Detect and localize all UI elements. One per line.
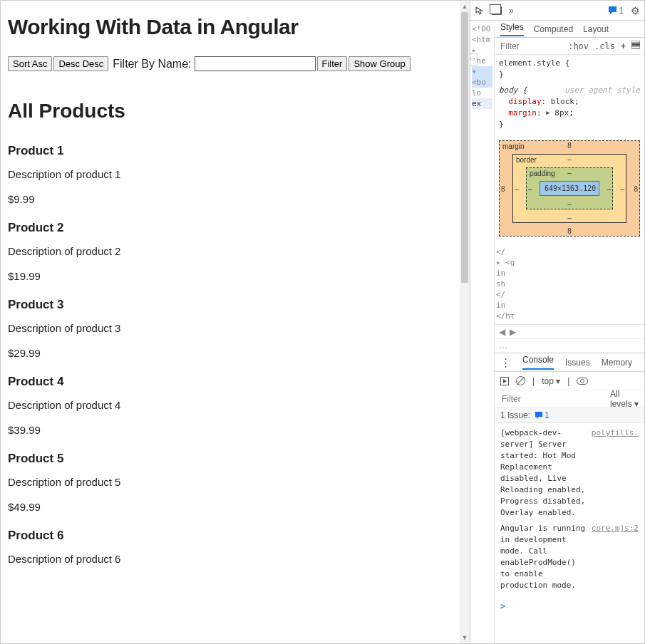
page-title: Working With Data in Angular (8, 15, 463, 39)
log-levels-selector[interactable]: All levels ▾ (610, 389, 639, 409)
product-price: $39.99 (8, 424, 463, 436)
crumb-right-icon[interactable]: ▶ (510, 327, 516, 337)
sort-desc-button[interactable]: Desc Desc (53, 56, 108, 71)
padding-label: padding (530, 170, 555, 177)
console-filter-input[interactable] (500, 393, 610, 405)
chevron-right-icon[interactable]: » (509, 6, 514, 16)
product-price: $49.99 (8, 501, 463, 513)
filter-button[interactable]: Filter (317, 56, 348, 71)
scroll-up-icon[interactable]: ▲ (460, 1, 470, 12)
styles-overflow-icon[interactable] (631, 41, 640, 51)
styles-filter-input[interactable] (499, 41, 535, 52)
product-description: Description of product 4 (8, 399, 463, 411)
tab-memory[interactable]: Memory (602, 358, 632, 368)
execution-context-icon[interactable] (500, 377, 509, 385)
elements-tree-tail[interactable]: </ ▸ <g in sh </ in </ht (495, 244, 644, 324)
product-price: $9.99 (8, 193, 463, 205)
cls-toggle[interactable]: .cls (594, 41, 615, 51)
gear-icon[interactable]: ⚙ (631, 5, 640, 16)
product-price: $29.99 (8, 347, 463, 359)
styles-tabs: Styles Computed Layout (495, 21, 644, 38)
product-description: Description of product 1 (8, 168, 463, 180)
filter-label: Filter By Name: (113, 58, 191, 71)
product-name: Product 1 (8, 144, 463, 158)
product-name: Product 5 (8, 452, 463, 466)
content-size: 649×1363.120 (540, 181, 599, 196)
svg-rect-2 (631, 46, 640, 48)
tab-console[interactable]: Console (522, 355, 554, 370)
svg-rect-0 (631, 41, 640, 43)
more-bar[interactable]: … (495, 338, 644, 353)
product-description: Description of product 2 (8, 245, 463, 257)
rendered-page: Working With Data in Angular Sort Asc De… (1, 1, 470, 643)
scroll-thumb[interactable] (461, 12, 468, 283)
box-model[interactable]: margin 8 8 8 8 border – – – – (495, 133, 644, 244)
clear-console-icon[interactable] (516, 376, 525, 385)
border-label: border (516, 156, 537, 164)
crumb-left-icon[interactable]: ◀ (499, 327, 505, 337)
hov-toggle[interactable]: :hov (568, 41, 589, 51)
new-style-rule-icon[interactable]: + (621, 41, 626, 51)
margin-label: margin (502, 142, 525, 150)
device-toggle-icon[interactable] (492, 6, 502, 15)
devtools-panel: » 1 ⚙ ··· <!DO <htm ▸ <he ▾ <bo lo ex St… (470, 1, 644, 643)
svg-rect-1 (631, 43, 640, 46)
elements-line[interactable]: lo (472, 88, 492, 98)
product-name: Product 2 (8, 221, 463, 235)
elements-line[interactable]: ex (472, 98, 492, 109)
console-output[interactable]: [webpack-dev-server] Server started: Hot… (495, 423, 644, 600)
sort-asc-button[interactable]: Sort Asc (8, 56, 52, 71)
devtools-toolbar: » 1 ⚙ (470, 1, 644, 21)
page-scrollbar[interactable]: ▲ ▼ (460, 1, 470, 643)
scroll-down-icon[interactable]: ▼ (460, 632, 470, 643)
styles-rules[interactable]: element.style { } body {user agent style… (495, 55, 644, 133)
elements-line[interactable]: <htm (472, 34, 492, 45)
elements-tree[interactable]: ··· <!DO <htm ▸ <he ▾ <bo lo ex (470, 21, 495, 643)
styles-filter-row: :hov .cls + (495, 38, 644, 55)
filter-input[interactable] (195, 56, 316, 71)
controls-row: Sort Asc Desc Desc Filter By Name: Filte… (8, 56, 463, 71)
console-drawer: ⋮ Console Issues Memory | top ▾ | (495, 353, 644, 613)
product-description: Description of product 6 (8, 553, 463, 565)
tab-issues[interactable]: Issues (565, 358, 590, 368)
section-title: All Products (8, 100, 463, 123)
messages-badge[interactable]: 1 (608, 6, 624, 16)
show-group-button[interactable]: Show Group (349, 56, 410, 71)
console-prompt[interactable]: > (495, 600, 644, 613)
product-description: Description of product 3 (8, 322, 463, 334)
issues-bar[interactable]: 1 Issue: 1 (495, 407, 644, 423)
breadcrumb-nav[interactable]: ◀ ▶ (495, 324, 644, 338)
product-description: Description of product 5 (8, 476, 463, 488)
product-price: $19.99 (8, 270, 463, 282)
product-name: Product 3 (8, 298, 463, 312)
elements-line-selected[interactable]: ▾ <bo (472, 66, 492, 88)
product-name: Product 6 (8, 529, 463, 543)
inspect-icon[interactable] (475, 6, 485, 16)
tab-computed[interactable]: Computed (534, 24, 573, 34)
context-selector[interactable]: top ▾ (542, 376, 560, 386)
elements-line[interactable]: <!DO (472, 24, 492, 34)
live-expression-icon[interactable] (577, 378, 588, 385)
tab-layout[interactable]: Layout (583, 24, 609, 34)
tab-styles[interactable]: Styles (500, 22, 524, 36)
product-name: Product 4 (8, 375, 463, 389)
